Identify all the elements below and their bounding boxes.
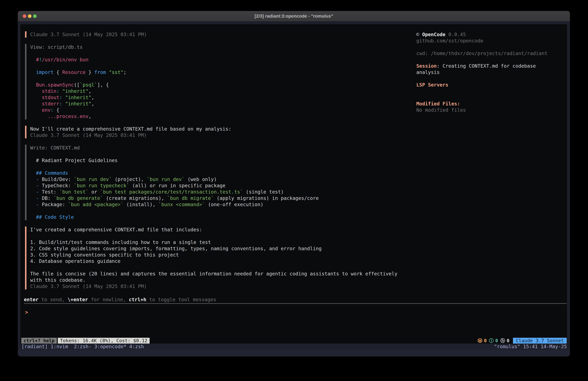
- sidebar-line: © OpenCode 0.0.45: [416, 31, 567, 38]
- assistant-message-header: Claude 3.7 Sonnet (14 May 2025 03:41 PM): [25, 31, 416, 38]
- window-bottom-padding: [18, 350, 570, 357]
- sidebar-line: [416, 44, 567, 50]
- text-line: Now I'll create a comprehensive CONTEXT.…: [30, 126, 416, 132]
- tmux-status-bar: [radiant] 1:nvim 2:zsh- 3:opencode* 4:zs…: [18, 344, 570, 350]
- prompt-input[interactable]: >: [24, 309, 567, 316]
- text-line: [30, 75, 416, 82]
- assistant-message: Now I'll create a comprehensive CONTEXT.…: [25, 126, 416, 138]
- text-line: The file is concise (20 lines) and captu…: [30, 270, 416, 277]
- sidebar-line: [416, 94, 567, 101]
- text-line: [30, 63, 416, 69]
- text-line: [30, 233, 416, 239]
- tool-view-block: View: script/db.ts #!/usr/bin/env bun im…: [25, 44, 416, 119]
- tokens-cost-chip: Tokens: 16.4K (8%), Cost: $0.12: [58, 338, 149, 344]
- status-bar: ctrl+? help Tokens: 16.4K (8%), Cost: $0…: [20, 338, 567, 344]
- tmux-window-list[interactable]: [radiant] 1:nvim 2:zsh- 3:opencode* 4:zs…: [21, 344, 144, 350]
- text-line: [30, 208, 416, 214]
- text-line: 3. CSS styling conventions specific to t…: [30, 252, 416, 258]
- window-title: [2/3] radiant:3:opencode - "romulus": [18, 11, 570, 21]
- text-line: - Build/Dev: `bun run dev` (project), `b…: [30, 176, 416, 182]
- text-line: [30, 151, 416, 157]
- text-line: Claude 3.7 Sonnet (14 May 2025 03:41 PM): [30, 132, 416, 138]
- sidebar-line: github.com/sst/opencode: [416, 38, 567, 44]
- text-line: - DB: `bun db generate` (create migratio…: [30, 195, 416, 201]
- help-keybind-chip: ctrl+? help: [21, 338, 57, 344]
- text-line: - Package: `bun add <package>` (install)…: [30, 201, 416, 208]
- info-count: 0: [495, 338, 498, 344]
- hint-icon: ⓗ: [500, 338, 505, 344]
- sidebar-line: [416, 57, 567, 63]
- tmux-session-clock: "romulus" 15:41 14-May-25: [494, 344, 567, 350]
- sidebar-line: [416, 88, 567, 94]
- text-line: ...process.env,: [30, 113, 416, 119]
- sidebar-line: [416, 75, 567, 82]
- text-line: env: {: [30, 107, 416, 113]
- text-line: Claude 3.7 Sonnet (14 May 2025 03:41 PM): [30, 31, 416, 38]
- text-line: Write: CONTEXT.md: [30, 145, 416, 151]
- assistant-message: I've created a comprehensive CONTEXT.md …: [25, 226, 416, 290]
- keybind-hint: enter to send, \+enter for newline, ctrl…: [24, 296, 567, 303]
- text-line: 1. Build/lint/test commands including ho…: [30, 239, 416, 246]
- text-line: [30, 264, 416, 270]
- hint-count: 0: [507, 338, 509, 344]
- text-line: stdout: "inherit",: [30, 94, 416, 101]
- text-line: import { Resource } from "sst";: [30, 69, 416, 75]
- text-line: stdin: "inherit",: [30, 88, 416, 94]
- model-badge[interactable]: Claude 3.7 Sonnet: [513, 338, 567, 344]
- text-line: - TypeCheck: `bun run typecheck` (all) o…: [30, 182, 416, 189]
- terminal-window: [2/3] radiant:3:opencode - "romulus" Cla…: [18, 11, 570, 357]
- conversation-area: Claude 3.7 Sonnet (14 May 2025 03:41 PM)…: [20, 31, 416, 296]
- text-line: ## Commands: [30, 170, 416, 176]
- text-line: [30, 163, 416, 170]
- sidebar-line: cwd: /home/thdxr/dev/projects/radiant/ra…: [416, 50, 567, 57]
- warning-icon: Ⓦ: [478, 338, 482, 344]
- tool-write-block: Write: CONTEXT.md # Radiant Project Guid…: [25, 145, 416, 220]
- warning-count: 0: [484, 338, 487, 344]
- input-editor: enter to send, \+enter for newline, ctrl…: [24, 296, 567, 316]
- sidebar-line: Modified Files:: [416, 101, 567, 107]
- session-sidebar: © OpenCode 0.0.45github.com/sst/opencode…: [416, 31, 567, 113]
- text-line: I've created a comprehensive CONTEXT.md …: [30, 226, 416, 233]
- editor-divider: [24, 303, 567, 304]
- prompt-chevron-icon: >: [24, 309, 28, 315]
- text-line: with this codebase.: [30, 277, 416, 283]
- sidebar-line: Session: Creating CONTEXT.md for codebas…: [416, 63, 567, 69]
- titlebar: [2/3] radiant:3:opencode - "romulus": [18, 11, 570, 21]
- text-line: 4. Database operations guidance: [30, 258, 416, 264]
- text-line: - Test: `bun test` or `bun test packages…: [30, 189, 416, 195]
- sidebar-line: LSP Servers: [416, 82, 567, 88]
- text-line: Bun.spawnSync([`psql`], {: [30, 82, 416, 88]
- text-line: stderr: "inherit",: [30, 101, 416, 107]
- text-line: ## Code Style: [30, 214, 416, 220]
- sidebar-line: No modified files: [416, 107, 567, 113]
- text-line: 2. Code style guidelines covering import…: [30, 246, 416, 252]
- text-line: [30, 50, 416, 57]
- text-line: #!/usr/bin/env bun: [30, 57, 416, 63]
- text-line: View: script/db.ts: [30, 44, 416, 50]
- text-line: # Radiant Project Guidelines: [30, 157, 416, 163]
- sidebar-line: analysis: [416, 69, 567, 75]
- info-icon: ⓘ: [489, 338, 494, 344]
- text-line: Claude 3.7 Sonnet (14 May 2025 03:41 PM): [30, 283, 416, 290]
- opencode-tui-panel: Claude 3.7 Sonnet (14 May 2025 03:41 PM)…: [20, 24, 567, 344]
